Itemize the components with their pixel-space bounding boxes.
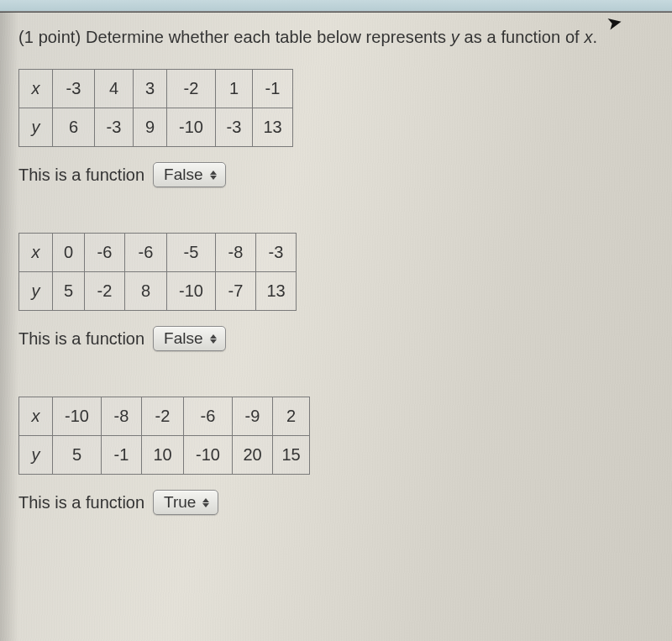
cell: -8 [102,397,142,436]
cell: -5 [167,234,216,272]
answer-label: This is a function [18,166,144,185]
chevron-down-icon [210,339,217,344]
answer-label: This is a function [18,329,144,349]
content-area: (1 point) Determine whether each table b… [0,13,672,515]
table-row: x -3 4 3 -2 1 -1 [19,70,293,108]
cell: -8 [216,234,256,272]
table-3: x -10 -8 -2 -6 -9 2 y 5 -1 10 -10 20 15 [18,397,310,475]
cell: 15 [273,436,310,475]
cell: -10 [53,397,102,436]
answer-line-2: This is a function False [18,326,654,351]
row-header-y: y [19,436,53,475]
cell: 9 [134,108,167,147]
question-prefix: (1 point) Determine whether each table b… [18,28,451,46]
chevron-up-icon [202,498,209,502]
row-header-x: x [19,70,53,108]
row-header-y: y [19,272,53,311]
cell: -10 [184,436,233,475]
cell: -3 [216,108,253,147]
cell: 20 [233,436,273,475]
chevron-down-icon [202,503,209,507]
cell: -3 [256,234,297,272]
cell: 5 [53,272,85,311]
cell: 4 [95,70,134,108]
question-suffix: . [593,28,598,46]
answer-select-value: False [164,166,202,184]
cell: -6 [85,234,125,272]
question-var-x: x [584,28,592,46]
table-row: y 6 -3 9 -10 -3 13 [19,108,293,147]
cell: 8 [125,272,167,311]
table-row: y 5 -1 10 -10 20 15 [19,436,310,475]
cell: -2 [142,397,184,436]
cell: 13 [253,108,293,147]
answer-select-1[interactable]: False [153,162,225,187]
table-row: x -10 -8 -2 -6 -9 2 [19,397,310,436]
row-header-y: y [19,108,53,147]
chevron-up-icon [210,334,217,339]
cell: -10 [167,108,216,147]
cell: -6 [125,234,167,272]
cell: 5 [53,436,102,475]
question-mid: as a function of [459,28,585,46]
cell: 3 [134,70,167,108]
cell: -1 [102,436,142,475]
answer-line-1: This is a function False [18,162,654,187]
answer-select-value: False [164,329,202,348]
cell: 13 [256,272,297,311]
window-titlebar [0,0,672,12]
cell: -2 [167,70,216,108]
answer-select-3[interactable]: True [153,490,218,515]
table-2: x 0 -6 -6 -5 -8 -3 y 5 -2 8 -10 -7 13 [18,233,297,311]
chevron-up-icon [210,171,217,175]
stepper-arrows-icon [210,171,217,180]
cell: 6 [53,108,95,147]
row-header-x: x [19,234,53,272]
cell: -6 [184,397,233,436]
table-row: x 0 -6 -6 -5 -8 -3 [19,234,297,272]
cell: -10 [167,272,216,311]
cell: 0 [53,234,85,272]
cell: 1 [216,70,253,108]
cell: 10 [142,436,184,475]
row-header-x: x [19,397,53,436]
answer-select-2[interactable]: False [153,326,225,351]
answer-select-value: True [164,493,196,512]
chevron-down-icon [210,176,217,180]
cell: -3 [53,70,95,108]
question-var-y: y [451,28,459,46]
cell: 2 [273,397,310,436]
table-row: y 5 -2 8 -10 -7 13 [19,272,297,311]
cell: -2 [85,272,125,311]
question-text: (1 point) Determine whether each table b… [18,28,654,47]
cell: -1 [253,70,293,108]
cell: -9 [233,397,273,436]
answer-line-3: This is a function True [18,490,654,515]
cell: -3 [95,108,134,147]
stepper-arrows-icon [202,498,209,507]
table-1: x -3 4 3 -2 1 -1 y 6 -3 9 -10 -3 13 [18,69,293,147]
stepper-arrows-icon [210,334,217,344]
answer-label: This is a function [18,493,144,512]
cell: -7 [216,272,256,311]
